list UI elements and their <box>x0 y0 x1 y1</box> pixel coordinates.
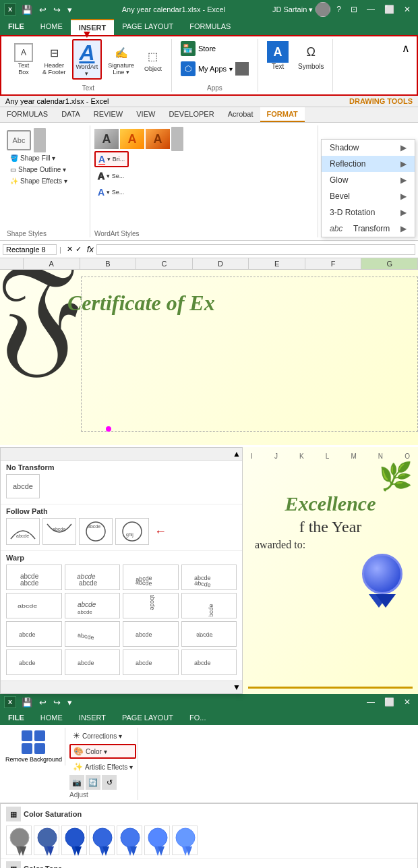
tab-formulas[interactable]: FORMULAS <box>181 19 239 35</box>
wordart-style-3[interactable]: A <box>146 129 170 149</box>
artistic-effects-button[interactable]: ✨ Artistic Effects ▾ <box>69 760 136 774</box>
warp-item-13[interactable]: abcde <box>6 649 62 675</box>
scroll-up-button[interactable]: ▲ <box>233 449 241 459</box>
warp-item-3[interactable]: abcdeabcde <box>123 565 179 590</box>
warp-item-4[interactable]: abcdeabcde <box>181 565 237 590</box>
tab-data[interactable]: DATA <box>55 107 87 122</box>
redo-btn-2[interactable]: ↪ <box>51 696 63 709</box>
sat-swatch-6[interactable] <box>172 826 198 855</box>
qat-dropdown-btn-2[interactable]: ▾ <box>65 696 75 709</box>
warp-item-8[interactable]: abcde <box>181 593 237 618</box>
warp-item-11[interactable]: abcde <box>123 621 179 647</box>
tab-file-2[interactable]: FILE <box>0 710 32 725</box>
warp-item-15[interactable]: abcde <box>123 649 179 675</box>
tab-format[interactable]: FORMAT <box>260 107 305 122</box>
tab-page-layout-2[interactable]: PAGE LAYOUT <box>114 710 181 725</box>
tab-insert[interactable]: INSERT <box>71 19 114 35</box>
warp-item-2[interactable]: abcdeabcde <box>65 565 121 590</box>
3d-rotation-menu-item[interactable]: 3-D Rotation ▶ <box>322 204 415 221</box>
signature-line-button[interactable]: ✍ Signature Line ▾ <box>104 41 138 78</box>
no-transform-swatch[interactable]: abcde <box>6 474 40 498</box>
ribbon-display-button[interactable]: ⊡ <box>347 3 361 16</box>
tab-file[interactable]: FILE <box>0 19 32 35</box>
warp-item-6[interactable]: abcdeabcde <box>65 593 121 618</box>
reset-picture-button[interactable]: ↺ <box>102 775 117 790</box>
shape-effects-button[interactable]: ✨ Shape Effects ▾ <box>7 175 86 187</box>
follow-path-item-1[interactable]: abcde <box>6 518 40 545</box>
text-fill-button[interactable]: A ▾ Bri... <box>94 151 129 167</box>
shape-styles-scrollbar[interactable] <box>34 128 46 152</box>
tab-home-2[interactable]: HOME <box>32 710 71 725</box>
reflection-menu-item[interactable]: Reflection ▶ <box>322 156 415 172</box>
save-btn-2[interactable]: 💾 <box>19 696 35 709</box>
redo-button[interactable]: ↪ <box>51 3 63 16</box>
text-outline-button[interactable]: A ▾ Se... <box>94 169 129 183</box>
warp-item-12[interactable]: abcde <box>181 621 237 647</box>
maximize-button[interactable]: ⬜ <box>381 3 398 16</box>
warp-item-1[interactable]: abcdeabcde <box>6 565 62 590</box>
max-btn-2[interactable]: ⬜ <box>381 696 398 708</box>
undo-button[interactable]: ↩ <box>36 3 49 16</box>
follow-path-item-4[interactable]: ghij <box>115 518 149 545</box>
compress-button[interactable]: 📷 <box>69 775 84 790</box>
glow-menu-item[interactable]: Glow ▶ <box>322 172 415 188</box>
text-button[interactable]: A Text <box>264 39 292 72</box>
wordart-style-2[interactable]: A <box>120 129 144 149</box>
ribbon-collapse-button[interactable]: ∧ <box>399 39 413 92</box>
shadow-menu-item[interactable]: Shadow ▶ <box>322 140 415 156</box>
tab-insert-2[interactable]: INSERT <box>71 710 114 725</box>
tab-formulas-dt[interactable]: FORMULAS <box>0 107 55 122</box>
remove-bg-label[interactable]: Remove Background <box>5 756 62 763</box>
sat-swatch-1[interactable] <box>34 826 59 855</box>
warp-item-9[interactable]: abcde <box>6 621 62 647</box>
close-button[interactable]: ✕ <box>400 3 414 16</box>
store-button[interactable]: 🏪 Store <box>177 39 252 58</box>
myapps-button[interactable]: ⬡ My Apps ▾ <box>177 59 252 78</box>
undo-btn-2[interactable]: ↩ <box>36 696 49 709</box>
warp-item-7[interactable]: abcde <box>123 593 179 618</box>
sat-swatch-4[interactable] <box>117 826 142 855</box>
warp-item-5[interactable]: abcde <box>6 593 62 618</box>
color-button[interactable]: 🎨 Color ▾ <box>69 744 136 759</box>
tab-home[interactable]: HOME <box>32 19 71 35</box>
qat-dropdown-button[interactable]: ▾ <box>65 3 75 16</box>
sat-swatch-5[interactable] <box>144 826 170 855</box>
text-box-button[interactable]: A Text Box <box>11 41 36 78</box>
tab-review[interactable]: REVIEW <box>87 107 129 122</box>
formula-input[interactable] <box>96 244 415 255</box>
sat-swatch-2[interactable] <box>61 826 87 855</box>
save-button[interactable]: 💾 <box>19 3 35 16</box>
tab-fo-2[interactable]: FO... <box>181 710 214 725</box>
corrections-button[interactable]: ☀ Corrections ▾ <box>69 729 136 743</box>
object-button[interactable]: ⬚ Object <box>140 45 166 74</box>
formula-cancel-button[interactable]: ✕ ✓ <box>67 245 82 254</box>
shape-fill-button[interactable]: 🪣 Shape Fill ▾ <box>7 152 86 164</box>
transform-menu-item[interactable]: abc Transform ▶ <box>322 221 415 237</box>
follow-path-item-3[interactable]: abcde <box>79 518 113 545</box>
name-box[interactable] <box>3 244 57 255</box>
tab-acrobat[interactable]: Acrobat <box>221 107 260 122</box>
help-button[interactable]: ? <box>333 3 345 16</box>
tab-developer[interactable]: DEVELOPER <box>162 107 220 122</box>
follow-path-item-2[interactable]: abcde <box>42 518 76 545</box>
wordart-styles-scrollbar[interactable] <box>171 127 183 151</box>
min-btn-2[interactable]: — <box>363 696 378 708</box>
text-effects-button[interactable]: A ▾ Se... <box>94 185 129 200</box>
wordart-style-1[interactable]: A <box>94 129 119 149</box>
symbols-button[interactable]: Ω Symbols <box>295 39 327 72</box>
wordart-button[interactable]: ▼ A WordArt ▾ <box>72 39 102 80</box>
scroll-down-button[interactable]: ▼ <box>233 683 241 692</box>
change-picture-button[interactable]: 🔄 <box>86 775 100 790</box>
tab-page-layout[interactable]: PAGE LAYOUT <box>114 19 181 35</box>
tab-view[interactable]: VIEW <box>129 107 162 122</box>
no-transform-item[interactable]: abcde <box>6 471 237 501</box>
shape-outline-button[interactable]: ▭ Shape Outline ▾ <box>7 164 86 175</box>
bevel-menu-item[interactable]: Bevel ▶ <box>322 188 415 204</box>
warp-item-14[interactable]: abcde <box>65 649 121 675</box>
close-btn-2[interactable]: ✕ <box>400 696 414 708</box>
warp-item-10[interactable]: abcde <box>65 621 121 647</box>
warp-item-16[interactable]: abcde <box>181 649 237 675</box>
sat-swatch-3[interactable] <box>89 826 115 855</box>
header-footer-button[interactable]: ⊟ Header & Footer <box>39 41 69 78</box>
sat-swatch-0[interactable] <box>6 826 32 855</box>
